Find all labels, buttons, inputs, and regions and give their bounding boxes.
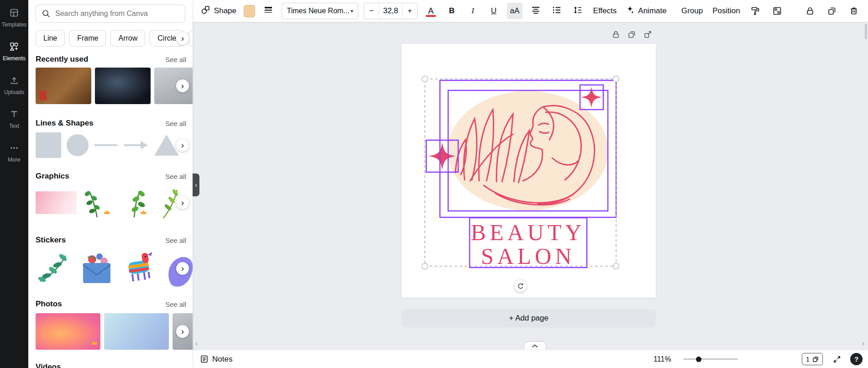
text-color-button[interactable]: A <box>423 3 439 19</box>
font-family-select[interactable]: Times Neue Rom... ▾ <box>282 3 358 19</box>
pro-crown-icon <box>140 209 147 217</box>
pro-crown-icon <box>91 339 98 347</box>
pinata-sticker-thumbnail[interactable] <box>121 249 158 288</box>
scroll-left-icon[interactable]: ‹ <box>195 339 198 347</box>
search-bar[interactable] <box>36 5 185 23</box>
sidebar-item-text[interactable]: Text <box>0 104 28 134</box>
plant-graphic-thumbnail[interactable] <box>81 186 113 219</box>
expand-bottom-panel-button[interactable] <box>524 342 545 350</box>
square-shape-thumbnail[interactable] <box>36 132 61 158</box>
chip-square[interactable]: Square <box>188 30 193 47</box>
photos-scroll-right-icon[interactable]: › <box>176 325 189 338</box>
see-all-link[interactable]: See all <box>165 300 186 308</box>
notes-button[interactable]: Notes <box>200 355 232 364</box>
search-icon <box>42 9 51 18</box>
lock-icon[interactable] <box>802 3 818 19</box>
plant-graphic-thumbnail[interactable] <box>118 186 150 219</box>
border-style-button[interactable] <box>261 3 276 19</box>
chip-arrow[interactable]: Arrow <box>110 30 145 47</box>
effects-button[interactable]: Effects <box>591 3 619 19</box>
gradient-photo-thumbnail[interactable] <box>36 313 100 350</box>
circle-shape-thumbnail[interactable] <box>67 134 89 156</box>
text-color-bar <box>426 15 436 17</box>
font-size-decrease-button[interactable]: − <box>364 3 379 19</box>
panel-collapse-button[interactable]: ‹ <box>193 173 199 196</box>
underline-button[interactable]: U <box>486 3 502 19</box>
font-size-value[interactable]: 32,8 <box>379 3 403 19</box>
delete-icon[interactable] <box>846 3 862 19</box>
animate-button[interactable]: Animate <box>624 3 668 19</box>
recent-photo-thumbnail[interactable] <box>95 68 151 104</box>
vertical-scrollbar[interactable] <box>865 24 867 39</box>
graphics-scroll-right-icon[interactable]: › <box>176 196 189 209</box>
line-shape-thumbnail[interactable] <box>94 144 118 146</box>
chip-frame[interactable]: Frame <box>69 30 106 47</box>
gradient-photo-thumbnail[interactable] <box>104 313 169 350</box>
arrow-shape-thumbnail[interactable] <box>123 140 149 151</box>
chip-line[interactable]: Line <box>36 30 65 47</box>
shape-button[interactable]: Shape <box>199 3 238 19</box>
see-all-link[interactable]: See all <box>165 173 186 180</box>
lock-page-icon[interactable] <box>612 30 620 41</box>
zoom-percent[interactable]: 111% <box>654 355 671 363</box>
selection-handle <box>422 76 428 82</box>
group-button[interactable]: Group <box>679 3 705 19</box>
alignment-button[interactable] <box>528 3 544 19</box>
copy-style-icon[interactable] <box>748 3 763 19</box>
graphics-row <box>36 185 193 220</box>
pro-crown-icon <box>104 209 110 217</box>
elements-panel: Line Frame Arrow Circle Square › Recentl… <box>28 0 193 368</box>
logo-text-line1[interactable]: BEAUTY <box>471 220 586 245</box>
design-page[interactable]: BEAUTY SALON <box>402 44 656 298</box>
stickers-scroll-right-icon[interactable]: › <box>176 262 189 275</box>
chips-scroll-right-icon[interactable]: › <box>176 32 189 45</box>
chevron-down-icon: ▾ <box>350 8 353 14</box>
section-title: Stickers <box>36 236 66 245</box>
bold-button[interactable]: B <box>444 3 460 19</box>
scroll-right-icon[interactable]: › <box>862 339 864 347</box>
gradient-graphic-thumbnail[interactable] <box>36 191 77 214</box>
selection-handle <box>613 76 619 82</box>
logo-text-line2[interactable]: SALON <box>481 243 575 269</box>
recently-used-scroll-right-icon[interactable]: › <box>176 79 189 92</box>
position-button[interactable]: Position <box>711 3 742 19</box>
zoom-slider[interactable] <box>683 355 738 364</box>
see-all-link[interactable]: See all <box>165 56 186 63</box>
fullscreen-button[interactable] <box>833 355 841 363</box>
duplicate-page-icon[interactable] <box>627 30 636 41</box>
help-button[interactable]: ? <box>850 353 863 365</box>
bullet-list-button[interactable] <box>549 3 565 19</box>
move-page-icon[interactable] <box>643 30 652 41</box>
duplicate-icon[interactable] <box>824 3 840 19</box>
notes-label: Notes <box>212 355 232 364</box>
search-input[interactable] <box>55 10 179 18</box>
font-size-increase-button[interactable]: + <box>403 3 417 19</box>
transparency-icon[interactable] <box>769 3 785 19</box>
lines-shapes-scroll-right-icon[interactable]: › <box>176 139 189 152</box>
italic-button[interactable]: I <box>465 3 481 19</box>
sidebar-item-elements[interactable]: Elements <box>0 37 28 67</box>
recent-photo-thumbnail[interactable] <box>36 68 91 104</box>
rotate-handle[interactable] <box>514 280 527 292</box>
beauty-salon-design[interactable]: BEAUTY SALON <box>402 44 656 298</box>
toolbar-icon-cluster <box>748 3 862 19</box>
see-all-link[interactable]: See all <box>165 120 186 127</box>
sidebar-item-templates[interactable]: Templates <box>0 3 28 33</box>
add-page-button[interactable]: + Add page <box>402 309 656 327</box>
canvas-area[interactable]: BEAUTY SALON <box>193 22 868 350</box>
spacing-button[interactable] <box>570 3 586 19</box>
zoom-slider-handle[interactable] <box>696 357 701 362</box>
triangle-shape-thumbnail[interactable] <box>154 135 179 156</box>
help-glyph: ? <box>854 355 858 363</box>
envelope-flowers-sticker-thumbnail[interactable] <box>77 249 117 288</box>
logo-ellipse[interactable] <box>448 91 608 210</box>
section-header-stickers: Stickers See all <box>36 236 186 245</box>
sidebar-item-uploads[interactable]: Uploads <box>0 70 28 100</box>
see-all-link[interactable]: See all <box>165 237 186 244</box>
sidebar-item-more[interactable]: More <box>0 138 28 168</box>
text-case-button[interactable]: aA <box>507 3 523 19</box>
leaves-sticker-thumbnail[interactable] <box>36 249 72 288</box>
fill-color-swatch[interactable] <box>244 5 256 17</box>
page-indicator[interactable]: 1 <box>802 353 823 365</box>
sidebar-item-label: Uploads <box>4 89 24 95</box>
